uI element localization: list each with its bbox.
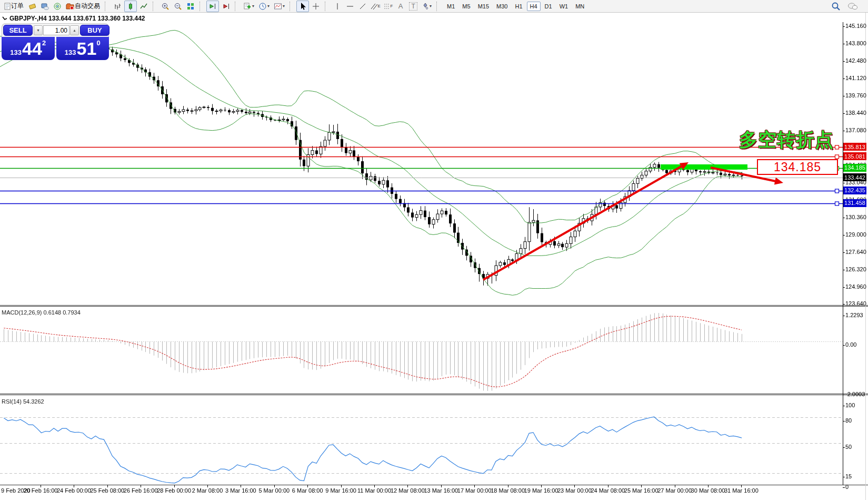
chevron-down-icon[interactable]: ▾: [283, 4, 285, 8]
sell-button[interactable]: SELL: [3, 25, 33, 36]
rsi-axis-tick: 100: [845, 402, 855, 408]
trendline-tool-button[interactable]: [357, 1, 368, 12]
timeframe-MN[interactable]: MN: [572, 2, 587, 11]
channel-tag: E: [377, 4, 380, 8]
symbol-ohlc-text: GBPJPY-,H4 133.644 133.671 133.360 133.4…: [9, 15, 145, 22]
community-icon[interactable]: [39, 1, 51, 12]
arrows-tool-button[interactable]: ▾: [420, 1, 433, 12]
label-tool-button[interactable]: T: [407, 1, 419, 12]
toolbar: 订单 自动交易 ▾ ▾: [0, 0, 868, 13]
price-level-label: 135.081: [843, 152, 866, 160]
timeframe-H1[interactable]: H1: [512, 2, 525, 11]
price-axis-tick: 139.760: [845, 92, 866, 99]
turning-point-annotation[interactable]: 多空转折点: [739, 128, 834, 152]
timeframe-M5[interactable]: M5: [459, 2, 473, 11]
new-order-button[interactable]: 订单: [2, 1, 25, 12]
time-axis-label: 31 Mar 16:00: [724, 487, 759, 494]
auto-trading-button[interactable]: 自动交易: [64, 1, 102, 12]
price-axis-tick: 143.800: [845, 40, 866, 46]
buy-price-prefix: 133: [65, 48, 76, 56]
sell-price-sup: 2: [42, 39, 46, 47]
chart-shift-button[interactable]: [220, 1, 232, 12]
buy-button[interactable]: BUY: [80, 25, 109, 36]
volume-input[interactable]: [43, 25, 69, 35]
periods-button[interactable]: ▾: [257, 1, 271, 12]
crosshair-tool-button[interactable]: [310, 1, 322, 12]
timeframe-M30[interactable]: M30: [493, 2, 511, 11]
price-level-label: 133.442: [843, 173, 866, 181]
chevron-down-icon[interactable]: ▾: [430, 4, 432, 8]
candlestick-mode-button[interactable]: [124, 1, 137, 12]
trade-panel-controls: SELL ▾ ▴ BUY: [2, 23, 109, 37]
trade-panel-prices: 133 44 2 133 51 0: [2, 37, 109, 60]
time-axis-label: 18 Mar 08:00: [491, 487, 525, 494]
price-axis-tick: 123.640: [845, 300, 866, 307]
time-axis-label: 27 Mar 00:00: [657, 487, 692, 494]
channel-tool-button[interactable]: E: [370, 1, 381, 12]
mt4-window: 订单 自动交易 ▾ ▾: [0, 0, 868, 500]
timeframe-H4[interactable]: H4: [527, 2, 541, 11]
time-axis-label: 25 Mar 16:00: [624, 487, 659, 494]
sell-price-display[interactable]: 133 44 2: [2, 37, 55, 60]
chart-canvas[interactable]: [0, 0, 868, 500]
templates-button[interactable]: ▾: [272, 1, 286, 12]
symbol-info-bar: GBPJPY-,H4 133.644 133.671 133.360 133.4…: [2, 15, 145, 22]
chat-icon[interactable]: [847, 1, 859, 12]
time-axis-label: 23 Mar 00:00: [557, 487, 592, 494]
price-level-label: 132.435: [843, 187, 866, 194]
price-level-label: 134.185: [843, 164, 866, 172]
timeframe-M1[interactable]: M1: [444, 2, 458, 11]
fibonacci-tool-button[interactable]: F: [382, 1, 394, 12]
macd-axis-tick: 1.2293: [845, 312, 863, 318]
time-axis-label: 12 Mar 08:00: [391, 487, 425, 494]
rsi-axis-tick: 50: [845, 444, 852, 450]
tile-windows-button[interactable]: [185, 1, 196, 12]
price-axis-tick: 137.080: [845, 127, 866, 133]
auto-scroll-button[interactable]: [206, 1, 219, 12]
label-tool-glyph: T: [409, 2, 417, 11]
auto-trading-label: 自动交易: [75, 2, 100, 11]
toolbar-separator: [235, 2, 239, 11]
horizontal-line-tool-button[interactable]: [344, 1, 356, 12]
volume-increase-button[interactable]: ▴: [70, 25, 79, 35]
time-axis-label: 2 Mar 08:00: [192, 487, 223, 494]
timeframe-D1[interactable]: D1: [542, 2, 555, 11]
price-axis-tick: 138.440: [845, 110, 866, 116]
time-axis-label: 24 Mar 08:00: [591, 487, 625, 494]
toolbar-separator: [325, 2, 329, 11]
rsi-axis-tick: 80: [845, 417, 852, 424]
line-chart-mode-button[interactable]: [138, 1, 149, 12]
timeframe-W1[interactable]: W1: [556, 2, 572, 11]
chevron-down-icon[interactable]: ▾: [252, 4, 254, 8]
zoom-in-button[interactable]: [159, 1, 171, 12]
time-axis-label: 24 Feb 00:00: [57, 487, 91, 494]
zoom-out-button[interactable]: [172, 1, 184, 12]
signals-icon[interactable]: [52, 1, 63, 12]
search-icon[interactable]: [830, 1, 842, 12]
chevron-down-icon[interactable]: ▾: [267, 4, 270, 8]
rsi-label: RSI(14) 54.3262: [2, 398, 44, 405]
macd-label: MACD(12,26,9) 0.6148 0.7934: [2, 309, 81, 316]
toolbar-separator: [199, 2, 204, 11]
vertical-line-tool-button[interactable]: [332, 1, 343, 12]
time-axis-label: 25 Feb 08:00: [90, 487, 124, 494]
bar-chart-mode-button[interactable]: [112, 1, 123, 12]
time-axis-label: 30 Mar 08:00: [691, 487, 725, 494]
history-center-icon[interactable]: [26, 1, 38, 12]
time-axis-label: 28 Feb 00:00: [157, 487, 191, 494]
volume-decrease-button[interactable]: ▾: [34, 25, 43, 35]
new-chart-button[interactable]: ▾: [242, 1, 256, 12]
rsi-axis-tick: 0: [845, 484, 849, 490]
price-axis-tick: 129.000: [845, 231, 866, 238]
timeframe-M15[interactable]: M15: [475, 2, 492, 11]
price-axis-tick: 141.120: [845, 75, 866, 81]
price-callout-box[interactable]: 134.185: [757, 159, 838, 175]
text-tool-button[interactable]: A: [395, 1, 406, 12]
chart-marker-icon: [2, 16, 7, 21]
buy-price-display[interactable]: 133 51 0: [56, 37, 109, 60]
time-axis-label: 17 Mar 00:00: [457, 487, 492, 494]
cursor-tool-button[interactable]: [296, 1, 309, 12]
rsi-axis-tick: 15: [845, 473, 852, 479]
one-click-trading-panel: SELL ▾ ▴ BUY 133 44 2 133 51 0: [2, 23, 109, 60]
macd-axis-tick: 0.00: [845, 341, 856, 348]
